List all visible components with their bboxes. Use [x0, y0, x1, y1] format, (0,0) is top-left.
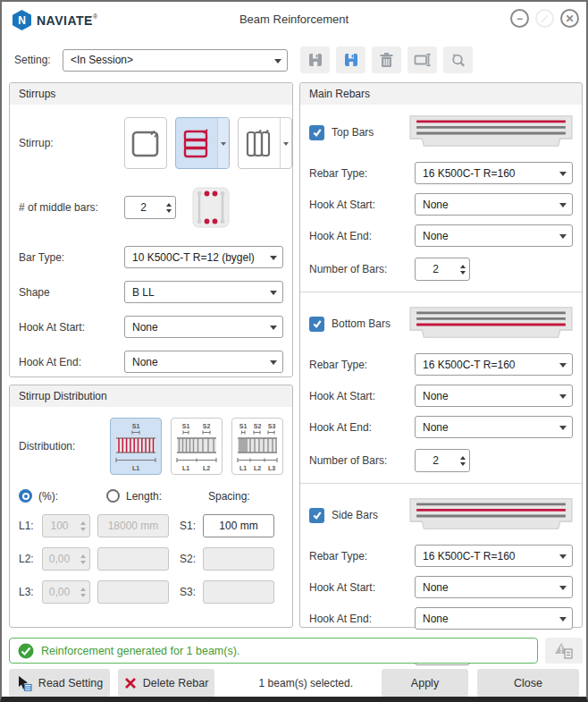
status-message-box: Reinforcement generated for 1 beam(s).: [9, 638, 538, 664]
spinner-down-icon[interactable]: [166, 209, 172, 216]
side-bars-rebar-type-select[interactable]: 16 K500C-T R=160: [415, 545, 573, 567]
main-rebars-group-title: Main Rebars: [300, 83, 582, 105]
s1-spacing-input[interactable]: 100 mm: [203, 514, 274, 537]
stirrup-hook-end-select[interactable]: None: [124, 351, 283, 373]
delete-rebar-button[interactable]: Delete Rebar: [118, 669, 214, 697]
hook-end-value: None: [423, 613, 449, 625]
top-bars-block: Top Bars Rebar Type: 16 K500C-T R=160: [309, 108, 573, 281]
delete-setting-button[interactable]: [372, 47, 401, 73]
distribution-two-zone-button[interactable]: S1 S2: [171, 418, 223, 475]
bar-type-select[interactable]: 10 K500C-T R=12 (bygel): [124, 246, 283, 268]
svg-text:S1: S1: [239, 423, 248, 429]
hook-end-value: None: [423, 421, 449, 434]
red-x-icon: [124, 677, 137, 689]
read-setting-label: Read Setting: [38, 677, 103, 689]
close-label: Close: [514, 677, 542, 689]
rename-setting-button[interactable]: [407, 47, 437, 73]
close-button[interactable]: ✕: [560, 9, 579, 28]
bottom-bars-label: Bottom Bars: [332, 317, 391, 330]
hook-end-label: Hook At End:: [309, 230, 415, 242]
rebar-type-value: 16 K500C-T R=160: [423, 167, 516, 180]
stirrup-section-preview-icon: [190, 185, 231, 230]
top-bars-count-spinner[interactable]: 2: [415, 258, 470, 281]
spinner-down-icon[interactable]: [460, 462, 466, 469]
bottom-bars-hook-start-select[interactable]: None: [415, 385, 573, 407]
rebar-type-label: Rebar Type:: [309, 359, 415, 371]
side-bars-hook-start-select[interactable]: None: [415, 576, 573, 598]
bottom-bars-count-spinner[interactable]: 2: [415, 449, 470, 472]
svg-text:L2: L2: [203, 465, 210, 471]
bar-type-value: 10 K500C-T R=12 (bygel): [132, 251, 255, 264]
distribution-label: Distribution:: [19, 440, 110, 452]
side-bars-checkbox-cluster[interactable]: Side Bars: [309, 508, 378, 523]
spacing-label: Spacing:: [208, 490, 250, 503]
hook-end-value: None: [423, 230, 449, 242]
save-as-setting-button[interactable]: [336, 47, 365, 73]
spinner-down-icon[interactable]: [460, 271, 466, 277]
maximize-button-disabled: [535, 9, 554, 28]
top-bars-hook-start-select[interactable]: None: [415, 193, 573, 216]
hook-start-label: Hook At Start:: [309, 199, 415, 211]
stirrup-type-single-button[interactable]: [124, 117, 167, 169]
minimize-button[interactable]: −: [510, 9, 529, 28]
distribution-one-zone-button[interactable]: S1 L1: [110, 418, 162, 475]
svg-text:L1: L1: [182, 465, 189, 471]
l3-length-input: [97, 580, 169, 604]
close-dialog-button[interactable]: Close: [477, 669, 579, 697]
spinner-up-icon[interactable]: [460, 453, 466, 460]
spinner-up-icon[interactable]: [460, 262, 466, 268]
window-title: Beam Reinforcement: [2, 13, 586, 26]
side-bars-checkbox[interactable]: [309, 508, 324, 523]
top-bars-hook-end-select[interactable]: None: [415, 224, 573, 247]
chevron-down-icon: [559, 586, 567, 594]
chevron-down-icon: [270, 256, 277, 264]
chevron-down-icon: [559, 234, 567, 242]
stirrup-vertical-dropdown[interactable]: [280, 118, 291, 168]
bottom-bars-hook-end-select[interactable]: None: [415, 416, 573, 438]
l2-percent-spinner: 0,00: [42, 547, 90, 571]
preview-setting-button[interactable]: [443, 47, 473, 73]
bottom-bars-checkbox-cluster[interactable]: Bottom Bars: [309, 317, 391, 332]
beam-reinforcement-dialog: N NAVIATE® Beam Reinforcement − ✕ Settin…: [0, 0, 588, 702]
s3-spacing-input: [203, 580, 274, 604]
chevron-down-icon: [559, 426, 567, 434]
side-bars-label: Side Bars: [332, 509, 378, 521]
shape-label: Shape: [19, 286, 124, 299]
bottom-bars-checkbox[interactable]: [309, 317, 324, 332]
shape-select[interactable]: B LL: [124, 281, 283, 303]
stirrup-hook-start-select[interactable]: None: [124, 316, 283, 338]
rebar-type-label: Rebar Type:: [309, 550, 415, 562]
hook-end-label: Hook At End:: [309, 421, 415, 434]
stirrup-stacked-dropdown[interactable]: [217, 118, 229, 168]
top-bars-rebar-type-select[interactable]: 16 K500C-T R=160: [415, 162, 573, 184]
l1-length-input: 18000 mm: [97, 514, 169, 537]
stirrup-type-vertical-button[interactable]: [238, 117, 292, 169]
top-bars-label: Top Bars: [332, 126, 374, 139]
setting-toolbar: [300, 47, 473, 73]
bottom-bars-rebar-type-select[interactable]: 16 K500C-T R=160: [415, 353, 573, 376]
number-of-bars-label: Number of Bars:: [309, 263, 415, 276]
rebar-type-value: 16 K500C-T R=160: [423, 359, 516, 371]
beam-bottom-bars-icon: [409, 305, 573, 343]
top-bars-checkbox-cluster[interactable]: Top Bars: [309, 125, 374, 140]
top-bars-checkbox[interactable]: [309, 125, 324, 140]
save-setting-button[interactable]: [300, 47, 330, 73]
svg-text:L3: L3: [268, 465, 275, 471]
stirrup-type-stacked-button[interactable]: [175, 117, 230, 169]
percent-radio[interactable]: [19, 489, 32, 503]
side-bars-hook-end-select[interactable]: None: [415, 607, 573, 630]
check-icon: [312, 510, 323, 520]
spinner-up-icon[interactable]: [166, 200, 172, 207]
read-setting-button[interactable]: Read Setting: [9, 669, 110, 697]
l1-percent-spinner: 100: [42, 514, 90, 537]
chevron-down-icon: [221, 142, 226, 148]
setting-select[interactable]: <In Session>: [63, 49, 288, 72]
distribution-one-zone-icon: S1 L1: [113, 420, 158, 472]
middle-bars-spinner[interactable]: 2: [124, 196, 176, 219]
length-radio[interactable]: [106, 489, 120, 503]
apply-button[interactable]: Apply: [382, 669, 468, 697]
titlebar: N NAVIATE® Beam Reinforcement − ✕: [2, 2, 586, 39]
distribution-three-zone-icon: S1 S2 S3: [235, 420, 280, 472]
footer-bar: Read Setting Delete Rebar 1 beam(s) sele…: [9, 669, 579, 697]
distribution-three-zone-button[interactable]: S1 S2 S3: [231, 418, 283, 475]
